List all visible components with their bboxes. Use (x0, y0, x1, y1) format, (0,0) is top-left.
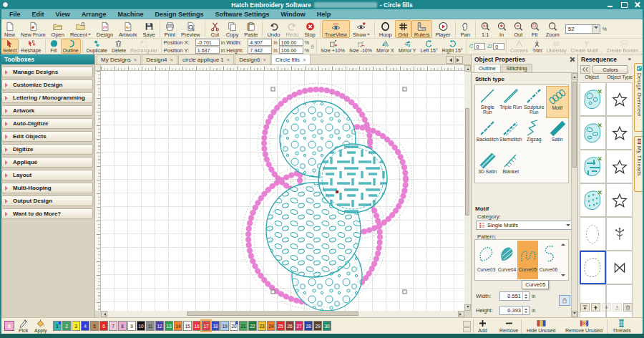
object-thumbnail-1[interactable] (580, 82, 606, 116)
stitch-type-zigzag[interactable]: Zigzag (522, 118, 546, 150)
scroll-down-button[interactable] (464, 304, 471, 311)
palette-swatch-5[interactable]: 5 (90, 321, 99, 331)
palette-swatch-22[interactable]: 22 (248, 321, 257, 331)
delete-button[interactable]: Delete (109, 39, 128, 54)
palette-swatch-18[interactable]: 18 (211, 321, 220, 331)
insert-artwork-button[interactable]: Artwork (116, 20, 140, 38)
tab-close-icon[interactable]: × (134, 57, 137, 63)
zoom-1to1-button[interactable]: 1:1 (477, 20, 494, 38)
delete-object-button[interactable] (623, 303, 633, 312)
category-select[interactable]: Single Motifs (476, 221, 573, 230)
rotate-left-15-button[interactable]: Left 15° (419, 39, 440, 54)
new-button[interactable]: New (1, 20, 18, 38)
mirror-y-button[interactable]: Mirror Y (396, 39, 419, 54)
sidebar-item-output-design[interactable]: Output Design (1, 195, 93, 206)
menu-file[interactable]: File (4, 11, 26, 18)
horizontal-scrollbar[interactable] (101, 311, 464, 317)
rotate-right-15-button[interactable]: Right 15° (440, 39, 465, 54)
palette-swatch-19[interactable]: 19 (220, 321, 229, 331)
reshape-tool[interactable]: Reshape (19, 39, 43, 54)
menu-window[interactable]: Window (275, 11, 310, 18)
close-button[interactable] (634, 1, 641, 8)
palette-swatch-4[interactable]: 4 (81, 321, 89, 331)
palette-swatch-8[interactable]: 8 (118, 321, 127, 331)
panel-scrollbar[interactable] (571, 73, 577, 317)
menu-view[interactable]: View (51, 11, 75, 18)
pattern-scrollbar[interactable] (560, 241, 566, 279)
palette-swatch-12[interactable]: 12 (155, 321, 164, 331)
expand-panel-icon[interactable]: » (628, 56, 631, 62)
tab-outline[interactable]: Outline (474, 64, 501, 72)
stitch-type-backstitch[interactable]: Backstitch (476, 118, 499, 150)
sidebar-item-want-to-do-more[interactable]: Want to do More? (1, 208, 93, 219)
recent-button[interactable]: Recent (67, 20, 94, 38)
design-canvas[interactable] (101, 71, 464, 311)
object-thumbnail-4[interactable] (580, 183, 606, 217)
palette-swatch-28[interactable]: 28 (304, 321, 313, 331)
tab-stitching[interactable]: Stitching (502, 64, 532, 72)
move-to-start-button[interactable] (580, 303, 590, 312)
colors-button[interactable]: Colors (592, 65, 628, 74)
palette-swatch-27[interactable]: 27 (295, 321, 303, 331)
zoom-combo-dropdown[interactable] (592, 25, 600, 33)
fill-toggle[interactable]: Fill (47, 39, 61, 54)
palette-swatch-25[interactable]: 25 (276, 321, 285, 331)
palette-swatch-30[interactable]: 30 (323, 321, 331, 331)
preview-button[interactable]: Preview (178, 20, 203, 38)
copy-button[interactable]: Copy (223, 20, 242, 38)
height-field[interactable]: 7.942 (248, 47, 272, 54)
horizontal-scroll-thumb[interactable] (187, 312, 358, 316)
corners-button[interactable]: Corners (508, 39, 530, 54)
scroll-down-button[interactable] (572, 311, 577, 317)
zoom-in-button[interactable]: In (494, 20, 510, 38)
underlay-button[interactable]: Underlay (545, 39, 569, 54)
object-type-5[interactable] (606, 217, 633, 251)
player-button[interactable]: Player (432, 20, 453, 38)
outline-toggle[interactable]: Outline (61, 39, 81, 54)
palette-swatch-15[interactable]: 15 (183, 321, 192, 331)
redo-button[interactable]: Redo (283, 20, 301, 38)
palette-swatch-26[interactable]: 26 (286, 321, 294, 331)
scale-x-field[interactable]: 100.00 (279, 39, 303, 46)
hoop-toggle[interactable]: Hoop (376, 20, 395, 38)
doc-tab-design4[interactable]: Design4× (142, 54, 177, 64)
motif-width-spinner[interactable]: 0.551 (499, 291, 530, 301)
sidebar-item-customize-design[interactable]: Customize Design (1, 79, 93, 90)
zoom-tool-button[interactable]: Zoom (543, 20, 562, 38)
menu-software-settings[interactable]: Software Settings (210, 11, 274, 18)
sidebar-item-appliqu[interactable]: Appliqué (1, 157, 93, 168)
palette-swatch-24[interactable]: 24 (267, 321, 275, 331)
rotate-angle-field[interactable]: 0 (474, 43, 486, 50)
palette-swatch-23[interactable]: 23 (258, 321, 266, 331)
new-from-button[interactable]: New From (18, 20, 49, 38)
dock-toggle-button[interactable] (580, 65, 590, 74)
object-type-1[interactable] (606, 82, 633, 116)
apply-color-button[interactable]: Apply (34, 319, 47, 334)
object-thumbnail-6[interactable] (580, 251, 606, 284)
scale-y-field[interactable]: 100.00 (279, 47, 303, 54)
object-thumbnail-2[interactable] (580, 116, 606, 150)
doc-tab-circle-applique-1[interactable]: circle applique 1× (178, 54, 234, 64)
vertical-scrollbar[interactable] (464, 65, 471, 311)
doc-tab-design6[interactable]: Design6× (235, 54, 270, 64)
sidebar-item-lettering-monogramming[interactable]: Lettering / Monogramming (1, 92, 93, 103)
palette-scroll-buttons[interactable] (463, 321, 471, 332)
tab-scroll-right-button[interactable] (455, 56, 463, 64)
move-down-button[interactable] (602, 303, 611, 312)
close-icon[interactable] (569, 57, 575, 62)
restore-button[interactable] (620, 1, 628, 8)
tab-close-icon[interactable]: × (303, 57, 306, 63)
position-y-field[interactable]: 1.637 (195, 47, 220, 54)
menu-design-settings[interactable]: Design Settings (150, 11, 208, 18)
zoom-level-value[interactable]: 52 (566, 26, 592, 32)
size-plus-button[interactable]: Size +10% (318, 39, 347, 54)
pattern-curve04[interactable]: Curve04 (497, 241, 517, 279)
sidebar-item-edit-objects[interactable]: Edit Objects (1, 131, 93, 142)
menu-arrange[interactable]: Arrange (77, 11, 112, 18)
undo-button[interactable]: Undo (264, 20, 283, 38)
palette-swatch-10[interactable]: 10 (137, 321, 145, 331)
object-type-4[interactable] (606, 183, 633, 217)
sidebar-item-digitize[interactable]: Digitize (1, 144, 93, 155)
menu-help[interactable]: Help (312, 11, 336, 18)
scroll-up-button[interactable] (572, 73, 577, 79)
